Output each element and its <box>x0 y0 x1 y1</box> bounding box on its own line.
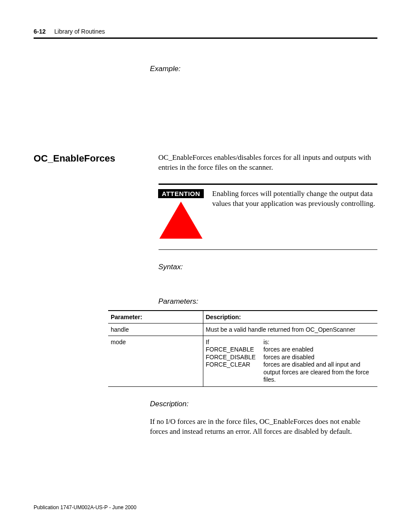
mode-item-name: FORCE_CLEAR <box>206 361 256 384</box>
mode-item-name: FORCE_ENABLE <box>206 346 256 354</box>
description-body: If no I/O forces are in the force files,… <box>150 417 377 437</box>
page-number: 6-12 <box>34 28 46 35</box>
footer-publication: Publication 1747-UM002A-US-P - June 2000 <box>34 504 137 510</box>
param-desc: If is: FORCE_ENABLE forces are enabled F… <box>203 336 377 386</box>
section-title: OC_EnableForces <box>34 153 115 306</box>
description-label: Description: <box>150 400 377 408</box>
col-header-parameter: Parameter: <box>108 311 203 324</box>
mode-is: is: <box>263 339 375 346</box>
table-row: mode If is: FORCE_ENABLE forces are enab… <box>108 336 377 386</box>
col-header-description: Description: <box>203 311 377 324</box>
attention-text: Enabling forces will potentially change … <box>212 189 377 239</box>
mode-item-desc: forces are disabled <box>263 354 375 361</box>
page-header: 6-12 Library of Routines <box>34 28 377 39</box>
table-row: handle Must be a valid handle returned f… <box>108 323 377 336</box>
mode-item-desc: forces are enabled <box>263 346 375 354</box>
mode-item-name: FORCE_DISABLE <box>206 354 256 361</box>
attention-block: ATTENTION Enabling forces will potential… <box>159 184 377 250</box>
example-label: Example: <box>150 65 377 73</box>
syntax-label: Syntax: <box>159 263 377 271</box>
mode-if: If <box>206 339 256 346</box>
param-name: mode <box>108 336 203 386</box>
param-name: handle <box>108 323 203 336</box>
attention-label: ATTENTION <box>158 189 203 198</box>
param-desc: Must be a valid handle returned from OC_… <box>203 323 377 336</box>
header-title: Library of Routines <box>54 28 105 35</box>
parameters-table: Parameter: Description: handle Must be a… <box>108 310 377 387</box>
warning-triangle-icon <box>159 202 202 239</box>
section-intro: OC_EnableForces enables/disables forces … <box>159 153 377 173</box>
parameters-label: Parameters: <box>159 297 377 306</box>
mode-item-desc: forces are disabled and all input and ou… <box>263 361 375 384</box>
